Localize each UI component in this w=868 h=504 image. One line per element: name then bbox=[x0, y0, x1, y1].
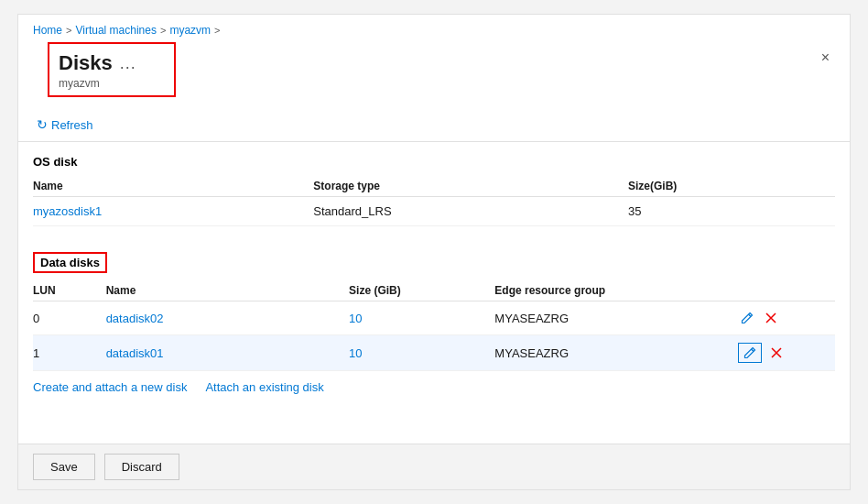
edit-icon bbox=[743, 345, 757, 360]
footer: Save Discard bbox=[18, 444, 850, 489]
data-disks-section: Data disks LUN Name Size (GiB) Edge reso… bbox=[18, 239, 850, 371]
more-options-icon[interactable]: ... bbox=[120, 54, 136, 73]
data-col-name: Name bbox=[106, 280, 349, 301]
data-col-size: Size (GiB) bbox=[349, 280, 494, 301]
os-disk-section: OS disk Name Storage type Size(GiB) myaz… bbox=[18, 142, 850, 226]
refresh-button[interactable]: ↻ Refresh bbox=[33, 115, 97, 134]
attach-existing-link[interactable]: Attach an existing disk bbox=[205, 380, 323, 394]
data-col-lun: LUN bbox=[33, 280, 106, 301]
data-disk-name-1[interactable]: datadisk01 bbox=[106, 335, 349, 371]
vm-name-subtitle: myazvm bbox=[59, 77, 165, 90]
os-disk-name[interactable]: myazosdisk1 bbox=[33, 197, 313, 226]
toolbar: ↻ Refresh bbox=[18, 108, 850, 142]
breadcrumb-sep-1: > bbox=[66, 25, 71, 36]
bottom-links: Create and attach a new disk Attach an e… bbox=[18, 371, 850, 403]
breadcrumb-sep-2: > bbox=[160, 25, 166, 36]
data-disk-edge-1: MYASEAZRG bbox=[494, 335, 737, 371]
data-disk-size-1: 10 bbox=[349, 335, 494, 371]
delete-disk-button-0[interactable] bbox=[762, 309, 780, 327]
os-col-size: Size(GiB) bbox=[628, 176, 835, 197]
table-row: 0 datadisk02 10 MYASEAZRG bbox=[33, 301, 835, 335]
data-disks-title: Data disks bbox=[40, 256, 100, 269]
refresh-label: Refresh bbox=[51, 118, 93, 132]
data-col-actions bbox=[738, 280, 835, 301]
data-disk-name-0[interactable]: datadisk02 bbox=[106, 301, 349, 335]
data-disks-table: LUN Name Size (GiB) Edge resource group … bbox=[33, 280, 835, 371]
main-panel: Home > Virtual machines > myazvm > Disks… bbox=[17, 14, 851, 490]
data-disk-actions-1 bbox=[738, 335, 835, 371]
close-button[interactable]: × bbox=[816, 48, 835, 68]
data-disk-size-0: 10 bbox=[349, 301, 494, 335]
os-col-storage: Storage type bbox=[313, 176, 628, 197]
delete-disk-button-1[interactable] bbox=[767, 344, 786, 362]
data-disk-edge-0: MYASEAZRG bbox=[494, 301, 737, 335]
page-title: Disks bbox=[59, 51, 113, 75]
edit-icon bbox=[740, 311, 754, 325]
discard-button[interactable]: Discard bbox=[104, 454, 179, 480]
table-row: myazosdisk1 Standard_LRS 35 bbox=[33, 197, 835, 226]
delete-icon bbox=[769, 345, 784, 360]
os-disk-table: Name Storage type Size(GiB) myazosdisk1 … bbox=[33, 176, 835, 226]
save-button[interactable]: Save bbox=[33, 454, 95, 480]
table-row: 1 datadisk01 10 MYASEAZRG bbox=[33, 335, 835, 371]
breadcrumb-sep-3: > bbox=[214, 25, 220, 36]
breadcrumb: Home > Virtual machines > myazvm > bbox=[18, 15, 850, 42]
breadcrumb-myazvm[interactable]: myazvm bbox=[169, 24, 211, 37]
header-box: Disks ... myazvm bbox=[48, 42, 176, 97]
os-disk-storage-type: Standard_LRS bbox=[313, 197, 628, 226]
data-disk-lun-0: 0 bbox=[33, 301, 106, 335]
breadcrumb-home[interactable]: Home bbox=[33, 24, 62, 37]
os-disk-size: 35 bbox=[628, 197, 835, 226]
os-col-name: Name bbox=[33, 176, 313, 197]
data-disks-box: Data disks bbox=[33, 252, 107, 273]
data-disk-lun-1: 1 bbox=[33, 335, 106, 371]
refresh-icon: ↻ bbox=[37, 117, 48, 132]
create-attach-link[interactable]: Create and attach a new disk bbox=[33, 380, 187, 394]
breadcrumb-vms[interactable]: Virtual machines bbox=[75, 24, 157, 37]
data-col-edge: Edge resource group bbox=[494, 280, 737, 301]
data-disk-actions-0 bbox=[738, 301, 835, 335]
edit-disk-button-0[interactable] bbox=[738, 309, 756, 327]
delete-icon bbox=[764, 311, 778, 325]
edit-disk-button-1[interactable] bbox=[738, 343, 762, 363]
os-disk-title: OS disk bbox=[33, 155, 835, 169]
